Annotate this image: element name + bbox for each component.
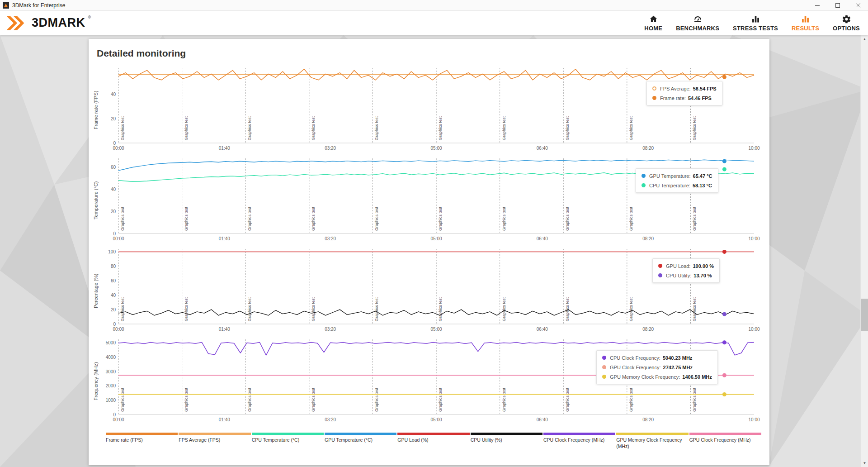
svg-text:Graphics test: Graphics test (374, 387, 379, 412)
svg-text:Graphics test: Graphics test (438, 297, 443, 321)
tooltip-value: 100.00 % (693, 263, 713, 269)
svg-text:00:00: 00:00 (113, 417, 124, 422)
nav-item-stress-tests[interactable]: STRESS TESTS (733, 14, 778, 32)
bars-icon (801, 14, 810, 24)
frequency-plot[interactable]: 01000200030004000500000:0001:4003:2005:0… (105, 337, 762, 426)
nav-item-label: BENCHMARKS (676, 25, 719, 32)
legend-color-bar (252, 433, 324, 435)
svg-text:10:00: 10:00 (748, 236, 760, 241)
legend-item[interactable]: GPU Temperature (°C) (325, 433, 396, 449)
scroll-down-button[interactable]: ▼ (861, 459, 868, 467)
temperature-plot[interactable]: 020406000:0001:4003:2005:0006:4008:2010:… (105, 156, 762, 245)
legend-color-bar (325, 433, 396, 435)
nav-items: HOMEBENCHMARKSSTRESS TESTSRESULTSOPTIONS (644, 14, 860, 32)
legend-label: GPU Memory Clock Frequency (MHz) (616, 437, 688, 449)
legend-label: CPU Utility (%) (471, 437, 542, 443)
svg-text:60: 60 (111, 165, 116, 170)
svg-text:0: 0 (113, 322, 116, 327)
tooltip-value: 13.70 % (693, 273, 712, 278)
svg-text:Graphics test: Graphics test (629, 206, 633, 231)
nav-item-benchmarks[interactable]: BENCHMARKS (676, 14, 719, 32)
vertical-scrollbar[interactable]: ▲ ▼ (860, 35, 868, 467)
legend-color-bar (616, 433, 688, 435)
percentage-plot[interactable]: 02040608010000:0001:4003:2005:0006:4008:… (105, 246, 762, 336)
close-button[interactable] (848, 0, 868, 10)
svg-text:08:20: 08:20 (642, 417, 654, 422)
registered-mark: ® (88, 15, 91, 19)
svg-text:06:40: 06:40 (537, 236, 548, 241)
svg-text:80: 80 (111, 264, 116, 269)
tooltip-row: Frame rate: 54.46 FPS (652, 93, 717, 103)
tooltip-label: CPU Utility: 13.70 % (666, 273, 712, 278)
svg-text:40: 40 (111, 92, 116, 97)
frequency-tooltip: CPU Clock Frequency: 5040.23 MHzGPU Cloc… (596, 350, 718, 384)
svg-text:5000: 5000 (106, 340, 116, 345)
legend-item[interactable]: GPU Load (%) (397, 433, 469, 449)
svg-text:01:40: 01:40 (219, 146, 230, 151)
legend-item[interactable]: GPU Clock Frequency (MHz) (689, 433, 761, 449)
minimize-button[interactable] (807, 0, 827, 10)
nav-item-options[interactable]: OPTIONS (833, 14, 860, 32)
svg-text:Graphics test: Graphics test (311, 206, 316, 231)
legend-item[interactable]: Frame rate (FPS) (106, 433, 178, 449)
legend-item[interactable]: CPU Utility (%) (471, 433, 542, 449)
tooltip-row: CPU Temperature: 58.13 °C (642, 181, 712, 190)
legend-label: GPU Load (%) (397, 437, 469, 443)
svg-text:Graphics test: Graphics test (692, 297, 697, 321)
nav-item-label: OPTIONS (833, 25, 860, 32)
legend-item[interactable]: GPU Memory Clock Frequency (MHz) (616, 433, 688, 449)
svg-text:Graphics test: Graphics test (120, 116, 125, 140)
series-dot-icon (658, 264, 662, 268)
svg-text:Graphics test: Graphics test (502, 206, 506, 231)
series-dot-icon (602, 375, 606, 379)
svg-text:Graphics test: Graphics test (247, 297, 252, 321)
series-dot-icon (658, 273, 662, 277)
scroll-up-button[interactable]: ▲ (861, 35, 868, 43)
tooltip-value: 54.46 FPS (688, 95, 712, 101)
svg-text:Graphics test: Graphics test (692, 206, 697, 231)
svg-text:4000: 4000 (106, 355, 116, 360)
series-dot-icon (652, 86, 656, 91)
legend-item[interactable]: FPS Average (FPS) (179, 433, 250, 449)
tooltip-label: Frame rate: 54.46 FPS (660, 95, 712, 101)
legend-label: FPS Average (FPS) (179, 437, 250, 443)
legend-item[interactable]: CPU Temperature (°C) (252, 433, 324, 449)
tooltip-value: 56.54 FPS (693, 86, 717, 91)
svg-text:00:00: 00:00 (113, 236, 124, 241)
temperature-tooltip: GPU Temperature: 65.47 °CCPU Temperature… (636, 168, 718, 193)
brand-name: 3DMARK (32, 15, 85, 30)
y-axis-label: Percentage (%) (96, 246, 105, 336)
tooltip-row: GPU Temperature: 65.47 °C (642, 171, 712, 181)
legend-item[interactable]: CPU Clock Frequency (MHz) (543, 433, 615, 449)
svg-text:Graphics test: Graphics test (565, 116, 570, 140)
svg-text:00:00: 00:00 (113, 146, 124, 151)
svg-text:Graphics test: Graphics test (184, 116, 189, 140)
svg-text:Graphics test: Graphics test (247, 387, 252, 412)
maximize-button[interactable] (827, 0, 848, 10)
tooltip-row: CPU Utility: 13.70 % (658, 271, 714, 280)
svg-text:10:00: 10:00 (748, 146, 760, 151)
scrollbar-thumb[interactable] (861, 299, 868, 331)
svg-text:06:40: 06:40 (537, 417, 548, 422)
legend-color-bar (106, 433, 178, 435)
svg-text:01:40: 01:40 (219, 327, 230, 332)
nav-item-results[interactable]: RESULTS (792, 14, 819, 32)
chart-temperature: Temperature (°C) 020406000:0001:4003:200… (96, 156, 762, 245)
svg-text:2000: 2000 (106, 383, 116, 388)
svg-text:Graphics test: Graphics test (311, 297, 316, 321)
legend-label: CPU Clock Frequency (MHz) (543, 437, 615, 443)
brand-logo[interactable]: 3DMARK ® (6, 15, 91, 31)
svg-text:05:00: 05:00 (430, 327, 442, 332)
svg-text:Graphics test: Graphics test (438, 387, 443, 412)
nav-item-home[interactable]: HOME (644, 14, 662, 32)
svg-text:10:00: 10:00 (748, 327, 760, 332)
tooltip-value: 65.47 °C (693, 173, 712, 179)
svg-text:Graphics test: Graphics test (120, 297, 125, 321)
frame-rate-plot[interactable]: 0204000:0001:4003:2005:0006:4008:2010:00… (105, 65, 762, 155)
legend-color-bar (543, 433, 615, 435)
legend-color-bar (179, 433, 250, 435)
y-axis-label: Frequency (MHz) (96, 337, 105, 426)
nav-item-label: HOME (644, 25, 662, 32)
minimize-icon (815, 3, 820, 8)
tooltip-label: GPU Clock Frequency: 2742.75 MHz (610, 365, 693, 370)
